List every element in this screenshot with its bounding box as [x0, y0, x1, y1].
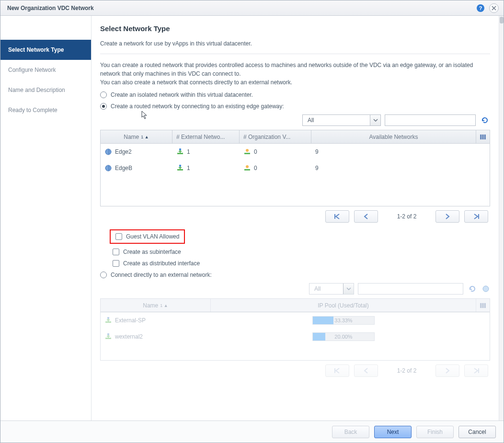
ip-pool-progress: 33.33%	[312, 316, 375, 325]
svg-rect-22	[107, 333, 109, 335]
dialog-footer: Back Next Finish Cancel	[0, 420, 504, 443]
title-bar: New Organization VDC Network ?	[0, 0, 504, 16]
next-button[interactable]: Next	[374, 426, 412, 438]
wizard-sidebar: Select Network Type Configure Network Na…	[0, 16, 92, 420]
ext-filter-bar: All	[100, 283, 490, 295]
subinterface-checkbox[interactable]: Create as subinterface	[113, 249, 490, 255]
sidebar-step-ready-to-complete[interactable]: Ready to Complete	[0, 100, 91, 120]
refresh-icon	[467, 284, 478, 294]
svg-rect-20	[107, 317, 109, 319]
subinterface-label: Create as subinterface	[123, 249, 181, 255]
checkbox-icon[interactable]	[115, 233, 122, 240]
guest-vlan-highlight: Guest VLAN Allowed	[110, 229, 185, 244]
radio-icon	[100, 103, 107, 110]
svg-rect-13	[244, 169, 250, 170]
pager-next-button[interactable]	[435, 210, 459, 223]
svg-rect-11	[177, 169, 183, 170]
cell-org: 0	[254, 148, 257, 155]
edge-filter-select[interactable]: All	[302, 114, 381, 126]
edge-gateway-icon	[104, 164, 112, 172]
help-icon[interactable]: ?	[476, 3, 485, 13]
svg-rect-12	[179, 165, 181, 167]
ext-table-pager: 1-2 of 2	[100, 361, 490, 377]
cell-org: 0	[254, 165, 257, 171]
pager-prev-button[interactable]	[354, 210, 378, 223]
cell-name: Edge2	[115, 148, 132, 155]
table-row: External-SP 33.33%	[101, 312, 490, 329]
back-button: Back	[332, 426, 369, 438]
col-name[interactable]: Name1 ▲	[101, 130, 172, 143]
option-isolated[interactable]: Create an isolated network within this v…	[100, 91, 490, 98]
table-row: wexternal2 20.00%	[101, 329, 490, 345]
refresh-icon[interactable]	[480, 115, 490, 125]
pager-status: 1-2 of 2	[383, 367, 431, 374]
cancel-button[interactable]: Cancel	[458, 426, 496, 438]
column-config-icon	[476, 299, 490, 312]
col-ip-pool: IP Pool (Used/Total)	[211, 299, 476, 312]
finish-button: Finish	[416, 426, 454, 438]
sort-indicator-icon: 1 ▲	[141, 135, 149, 139]
svg-rect-19	[105, 321, 111, 323]
svg-text:?: ?	[479, 5, 482, 11]
progress-label: 33.33%	[313, 317, 374, 324]
svg-rect-3	[482, 134, 483, 139]
svg-point-14	[246, 165, 249, 168]
col-name: Name1 ▲	[101, 299, 211, 312]
distributed-label: Create as distributed interface	[123, 260, 200, 267]
pager-first-button	[325, 364, 349, 377]
col-ext-networks[interactable]: # External Netwo...	[172, 130, 240, 143]
section-explain-1: You can create a routed network that pro…	[100, 61, 490, 78]
pager-last-button	[464, 364, 488, 377]
svg-point-15	[483, 286, 489, 292]
table-row[interactable]: Edge2 1	[101, 144, 490, 160]
cell-name: wexternal2	[115, 333, 143, 340]
scrollbar-thumb[interactable]	[500, 17, 504, 23]
option-isolated-label: Create an isolated network within this v…	[111, 91, 253, 98]
pager-prev-button	[354, 364, 378, 377]
ext-filter-select-value: All	[309, 285, 343, 292]
section-title: Select Network Type	[100, 24, 490, 33]
pager-last-button[interactable]	[464, 210, 488, 223]
svg-rect-7	[179, 148, 181, 150]
sidebar-step-name-and-description[interactable]: Name and Description	[0, 80, 91, 100]
cell-name: EdgeB	[115, 165, 132, 171]
cell-avail: 9	[315, 148, 319, 155]
sidebar-step-configure-network[interactable]: Configure Network	[0, 60, 91, 80]
pager-status: 1-2 of 2	[383, 213, 431, 220]
chevron-down-icon	[343, 284, 354, 294]
dialog-title: New Organization VDC Network	[7, 5, 472, 11]
ext-network-icon	[104, 317, 112, 324]
ext-filter-input	[358, 283, 463, 295]
distributed-checkbox[interactable]: Create as distributed interface	[113, 260, 490, 267]
col-org-vdc[interactable]: # Organization V...	[240, 130, 311, 143]
column-config-icon[interactable]	[476, 130, 490, 143]
option-routed[interactable]: Create a routed network by connecting to…	[100, 103, 490, 110]
external-network-table: Name1 ▲ IP Pool (Used/Total)	[100, 298, 490, 361]
wizard-content: Select Network Type Create a network for…	[92, 16, 504, 420]
svg-rect-16	[480, 303, 481, 307]
edge-filter-select-value: All	[303, 117, 370, 124]
cell-name: External-SP	[115, 317, 146, 324]
edge-filter-input[interactable]	[385, 114, 476, 126]
org-network-icon	[243, 148, 251, 156]
content-scrollbar[interactable]: ∷	[499, 16, 504, 420]
edge-gateway-icon	[104, 148, 112, 156]
radio-icon	[100, 272, 107, 278]
checkbox-icon	[113, 249, 119, 255]
section-explain-2: You can also create a network that conne…	[100, 78, 490, 87]
svg-rect-21	[105, 338, 111, 339]
org-network-icon	[243, 164, 251, 172]
col-available-networks[interactable]: Available Networks	[311, 130, 476, 143]
close-icon[interactable]	[489, 3, 499, 13]
option-direct-label: Connect directly to an external network:	[111, 272, 212, 278]
table-row[interactable]: EdgeB 1	[101, 160, 490, 176]
globe-icon	[481, 284, 490, 293]
edge-gateway-table: Name1 ▲ # External Netwo... # Organizati…	[100, 130, 490, 206]
section-intro: Create a network for use by vApps in thi…	[100, 39, 490, 48]
option-direct[interactable]: Connect directly to an external network:	[100, 272, 490, 278]
pager-first-button[interactable]	[325, 210, 349, 223]
edge-filter-bar: All	[100, 114, 490, 126]
cell-avail: 9	[315, 165, 319, 171]
sidebar-step-select-network-type[interactable]: Select Network Type	[0, 40, 91, 60]
svg-rect-2	[480, 134, 481, 139]
